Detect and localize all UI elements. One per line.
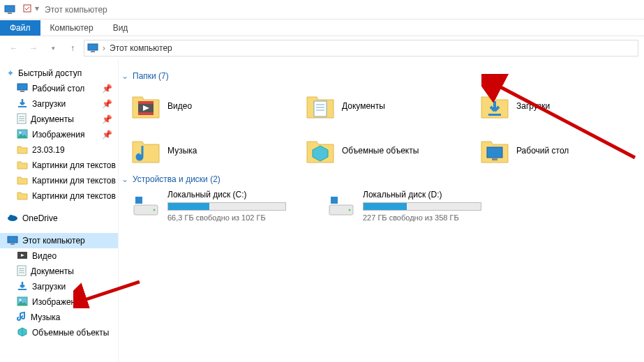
address-field[interactable]: › Этот компьютер <box>84 40 638 56</box>
svg-point-15 <box>9 215 13 219</box>
group-label: Папки (7) <box>133 71 169 81</box>
sidebar-item-pc[interactable]: Видео <box>0 248 118 264</box>
folder-label: Видео <box>167 101 192 111</box>
sidebar-item-quick[interactable]: Изображения📌 <box>0 127 118 142</box>
desktop-icon <box>17 83 28 95</box>
breadcrumb-sep: › <box>103 43 105 53</box>
group-folders-header[interactable]: ⌄ Папки (7) <box>121 71 641 81</box>
sidebar-item-label: Объемные объекты <box>32 328 109 338</box>
video-folder-icon <box>131 91 160 121</box>
star-icon: ✦ <box>7 68 14 78</box>
folder-item[interactable]: Видео <box>131 86 299 126</box>
sidebar-item-quick[interactable]: Картинки для текстов <box>0 188 118 204</box>
nav-tree: ✦ Быстрый доступ Рабочий стол📌Загрузки📌Д… <box>0 60 119 362</box>
svg-rect-31 <box>138 101 153 104</box>
svg-rect-2 <box>24 5 31 12</box>
svg-rect-34 <box>314 101 327 116</box>
back-button[interactable]: ← <box>6 40 22 56</box>
chevron-down-icon: ⌄ <box>121 174 128 184</box>
sidebar-item-label: Загрузки <box>32 282 66 292</box>
sidebar-item-quick[interactable]: Картинки для текстов <box>0 158 118 173</box>
svg-rect-6 <box>20 91 24 92</box>
sidebar-this-pc[interactable]: Этот компьютер <box>0 233 118 248</box>
folder-label: Документы <box>342 101 385 111</box>
downloads-folder-icon <box>480 91 509 121</box>
svg-rect-41 <box>487 147 502 158</box>
music-icon <box>17 311 27 324</box>
pin-icon: 📌 <box>102 130 112 139</box>
sidebar-item-pc[interactable]: Объемные объекты <box>0 325 118 340</box>
sidebar-item-quick[interactable]: 23.03.19 <box>0 142 118 158</box>
qat-properties-icon[interactable] <box>22 3 32 15</box>
drive-icon <box>131 190 160 219</box>
3d-icon <box>17 326 28 340</box>
quick-access-toolbar: ▾ <box>22 3 39 15</box>
folder-icon <box>17 175 28 187</box>
group-drives-header[interactable]: ⌄ Устройства и диски (2) <box>121 174 641 184</box>
drive-usage-bar <box>167 202 286 211</box>
sidebar-item-label: Картинки для текстов <box>32 160 116 170</box>
folder-item[interactable]: Документы <box>306 86 473 126</box>
tab-view[interactable]: Вид <box>103 20 138 36</box>
sidebar-quick-access[interactable]: ✦ Быстрый доступ <box>0 66 118 81</box>
video-icon <box>17 250 28 262</box>
sidebar-item-label: Музыка <box>31 312 60 322</box>
folder-icon <box>17 190 28 202</box>
folder-label: Загрузки <box>516 101 550 111</box>
this-pc-icon <box>7 236 18 246</box>
music-folder-icon <box>131 136 160 165</box>
svg-rect-1 <box>8 13 12 14</box>
sidebar-item-pc[interactable]: Документы <box>0 264 118 279</box>
svg-rect-42 <box>492 158 497 160</box>
breadcrumb-root[interactable]: Этот компьютер <box>110 43 172 53</box>
svg-point-39 <box>137 154 142 160</box>
svg-rect-16 <box>8 236 17 243</box>
folder-item[interactable]: Загрузки <box>480 86 644 126</box>
svg-rect-3 <box>88 44 98 50</box>
pin-icon: 📌 <box>102 114 112 124</box>
this-pc-icon <box>87 43 98 53</box>
pictures-icon <box>17 129 28 141</box>
sidebar-item-quick[interactable]: Картинки для текстов <box>0 173 118 188</box>
svg-rect-44 <box>135 197 142 204</box>
3d-folder-icon <box>306 136 335 165</box>
sidebar-item-quick[interactable]: Документы📌 <box>0 112 118 127</box>
svg-point-13 <box>20 131 22 133</box>
forward-button[interactable]: → <box>25 40 42 56</box>
svg-rect-4 <box>91 51 95 52</box>
drive-free-text: 66,3 ГБ свободно из 102 ГБ <box>167 213 313 222</box>
address-bar: ← → ▾ ↑ › Этот компьютер <box>0 36 644 60</box>
sidebar-item-pc[interactable]: Музыка <box>0 310 118 325</box>
history-button[interactable]: ▾ <box>45 40 61 56</box>
tab-computer[interactable]: Компьютер <box>40 20 103 36</box>
sidebar-item-pc[interactable]: Изображения <box>0 294 118 310</box>
drive-item[interactable]: Локальный диск (C:)66,3 ГБ свободно из 1… <box>131 190 313 222</box>
title-bar: ▾ Этот компьютер <box>0 0 644 20</box>
drive-icon <box>327 190 356 219</box>
app-icon <box>3 3 17 17</box>
sidebar-item-quick[interactable]: Рабочий стол📌 <box>0 81 118 96</box>
drive-label: Локальный диск (C:) <box>167 190 313 199</box>
downloads-icon <box>17 98 28 111</box>
chevron-down-icon[interactable]: ▾ <box>35 3 39 15</box>
folder-item[interactable]: Музыка <box>131 131 299 170</box>
sidebar-item-pc[interactable]: Загрузки <box>0 279 118 294</box>
sidebar-onedrive[interactable]: OneDrive <box>0 211 118 226</box>
documents-folder-icon <box>306 91 335 121</box>
up-button[interactable]: ↑ <box>64 40 81 56</box>
desktop-folder-icon <box>480 136 509 165</box>
svg-rect-47 <box>331 197 338 204</box>
sidebar-item-label: Загрузки <box>32 99 66 109</box>
svg-point-26 <box>20 299 22 301</box>
sidebar-item-quick[interactable]: Загрузки📌 <box>0 96 118 112</box>
folder-icon <box>17 160 28 172</box>
folder-item[interactable]: Рабочий стол <box>480 131 644 170</box>
sidebar-label: OneDrive <box>22 213 58 223</box>
svg-rect-7 <box>18 106 27 107</box>
svg-rect-38 <box>488 114 501 116</box>
folder-label: Музыка <box>167 146 197 156</box>
folder-item[interactable]: Объемные объекты <box>306 131 473 170</box>
tab-file[interactable]: Файл <box>0 20 40 36</box>
drive-item[interactable]: Локальный диск (D:)227 ГБ свободно из 35… <box>327 190 508 222</box>
ribbon-tabs: Файл Компьютер Вид <box>0 20 644 36</box>
